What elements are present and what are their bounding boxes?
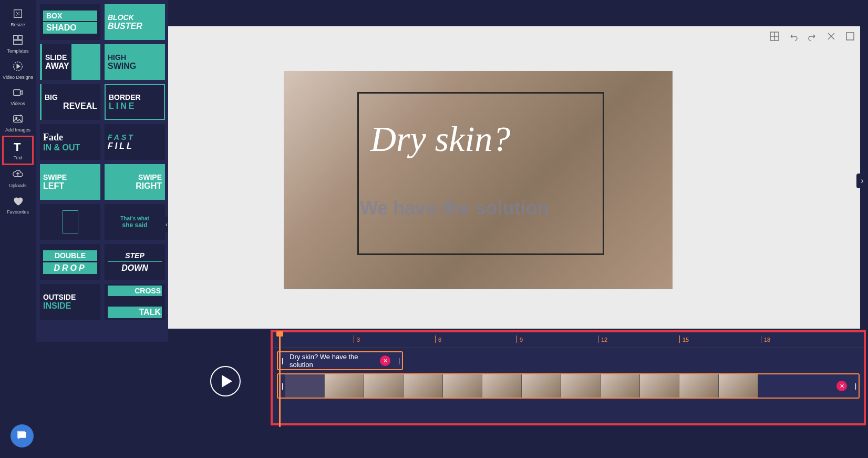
svg-rect-2 bbox=[18, 36, 22, 39]
timeline-container: 3 6 9 12 15 18 || Dry skin? We have the … bbox=[271, 330, 866, 425]
sidebar-label: Resize bbox=[11, 22, 25, 27]
sidebar-label: Videos bbox=[11, 101, 25, 106]
canvas-frame bbox=[357, 92, 604, 255]
sidebar-item-resize[interactable]: Resize bbox=[2, 4, 34, 30]
svg-rect-6 bbox=[14, 90, 20, 96]
timeline-area: 3 6 9 12 15 18 || Dry skin? We have the … bbox=[168, 329, 868, 458]
chat-icon bbox=[16, 430, 28, 442]
svg-rect-1 bbox=[14, 36, 17, 39]
track-delete-button[interactable]: ✕ bbox=[836, 381, 847, 391]
sidebar-label: Favourites bbox=[7, 209, 29, 215]
canvas-stage[interactable]: Dry skin? We have the solution bbox=[284, 71, 673, 289]
svg-rect-3 bbox=[14, 40, 23, 44]
timeline-ruler[interactable]: 3 6 9 12 15 18 bbox=[273, 332, 864, 348]
add-images-icon bbox=[12, 113, 24, 125]
video-thumb bbox=[719, 374, 758, 398]
canvas-subtitle-text[interactable]: We have the solution bbox=[360, 197, 549, 219]
text-track[interactable]: || Dry skin? We have the solution ✕ || bbox=[277, 351, 403, 370]
play-icon bbox=[222, 375, 232, 388]
text-effect-box-shadow[interactable]: BOXSHADO bbox=[40, 4, 100, 40]
video-track[interactable]: || ✕ || bbox=[277, 373, 860, 399]
sidebar-label: Templates bbox=[7, 48, 28, 54]
text-effect-fade-in-out[interactable]: FadeIN & OUT bbox=[40, 124, 100, 160]
sidebar-item-favourites[interactable]: Favourites bbox=[2, 191, 34, 218]
video-thumb bbox=[364, 374, 404, 398]
svg-text:T: T bbox=[14, 140, 21, 154]
svg-rect-15 bbox=[846, 33, 854, 40]
videos-icon bbox=[12, 86, 24, 99]
playhead[interactable] bbox=[279, 332, 281, 427]
favourites-icon bbox=[12, 195, 24, 207]
track-text-label: Dry skin? We have the solution bbox=[285, 353, 380, 369]
chat-button[interactable] bbox=[11, 424, 34, 447]
text-effect-swipe-right[interactable]: SWIPERIGHT bbox=[105, 164, 165, 200]
play-button[interactable] bbox=[210, 366, 241, 396]
sidebar-item-videos[interactable]: Videos bbox=[2, 83, 34, 109]
ruler-mark: 3 bbox=[357, 337, 360, 343]
video-thumb bbox=[285, 374, 325, 398]
track-handle-right[interactable]: || bbox=[851, 374, 859, 398]
text-effect-quote[interactable]: That's whatshe said bbox=[105, 204, 165, 240]
close-icon[interactable] bbox=[826, 32, 836, 41]
ruler-mark: 15 bbox=[683, 337, 689, 343]
video-thumb bbox=[640, 374, 679, 398]
sidebar-item-video-designs[interactable]: Video Designs bbox=[2, 57, 34, 83]
sidebar-label: Uploads bbox=[9, 183, 26, 188]
text-effect-cross-talk[interactable]: CROSSTALK bbox=[105, 284, 165, 320]
text-effect-swipe-left[interactable]: SWIPELEFT bbox=[40, 164, 100, 200]
sidebar-item-add-images[interactable]: Add Images bbox=[2, 109, 34, 136]
text-effect-step-down[interactable]: STEPDOWN bbox=[105, 244, 165, 280]
video-thumb bbox=[601, 374, 640, 398]
undo-icon[interactable] bbox=[789, 32, 798, 41]
track-delete-button[interactable]: ✕ bbox=[380, 355, 390, 366]
square-icon[interactable] bbox=[845, 32, 855, 41]
video-thumbnails bbox=[285, 374, 836, 398]
video-designs-icon bbox=[12, 60, 24, 73]
templates-icon bbox=[12, 34, 24, 46]
text-effect-high-swing[interactable]: HIGHSWING bbox=[105, 44, 165, 80]
text-effect-big-reveal[interactable]: BIGREVEAL bbox=[40, 84, 100, 120]
sidebar-item-text[interactable]: T Text bbox=[2, 136, 34, 165]
sidebar: Resize Templates Video Designs Videos Ad… bbox=[0, 0, 36, 458]
sidebar-item-uploads[interactable]: Uploads bbox=[2, 165, 34, 191]
sidebar-label: Video Designs bbox=[3, 75, 33, 80]
ruler-mark: 9 bbox=[520, 337, 523, 343]
expand-right-button[interactable]: › bbox=[856, 174, 868, 188]
text-effect-block-buster[interactable]: BLOCKBUSTER bbox=[105, 4, 165, 40]
sidebar-item-templates[interactable]: Templates bbox=[2, 30, 34, 57]
ruler-mark: 18 bbox=[764, 337, 770, 343]
svg-marker-5 bbox=[17, 64, 20, 68]
text-effect-fast-fill[interactable]: FASTFILL bbox=[105, 124, 165, 160]
video-thumb bbox=[325, 374, 364, 398]
text-effects-panel: BOXSHADO BLOCKBUSTER SLIDEAWAY HIGHSWING… bbox=[36, 0, 168, 342]
canvas-title-text[interactable]: Dry skin? bbox=[370, 118, 510, 160]
video-thumb bbox=[679, 374, 719, 398]
uploads-icon bbox=[12, 168, 24, 181]
grid-icon[interactable] bbox=[770, 32, 779, 41]
canvas-area: Dry skin? We have the solution bbox=[168, 26, 860, 329]
video-thumb bbox=[404, 374, 443, 398]
text-effect-slide-away[interactable]: SLIDEAWAY bbox=[40, 44, 100, 80]
video-thumb bbox=[561, 374, 601, 398]
video-thumb bbox=[443, 374, 482, 398]
video-thumb bbox=[482, 374, 522, 398]
text-effect-frame[interactable] bbox=[40, 204, 100, 240]
sidebar-label: Text bbox=[14, 155, 23, 160]
text-effect-outside-inside[interactable]: OUTSIDEINSIDE bbox=[40, 284, 100, 320]
resize-icon bbox=[12, 7, 24, 20]
sidebar-label: Add Images bbox=[5, 127, 30, 133]
text-effect-double-drop[interactable]: DOUBLEDROP bbox=[40, 244, 100, 280]
text-icon: T bbox=[12, 140, 24, 153]
text-effect-border-line[interactable]: BORDERLINE bbox=[105, 84, 165, 120]
redo-icon[interactable] bbox=[808, 32, 817, 41]
track-handle-right[interactable]: || bbox=[395, 352, 402, 369]
canvas-toolbar bbox=[770, 32, 855, 41]
video-thumb bbox=[522, 374, 561, 398]
ruler-mark: 12 bbox=[601, 337, 607, 343]
ruler-mark: 6 bbox=[438, 337, 441, 343]
